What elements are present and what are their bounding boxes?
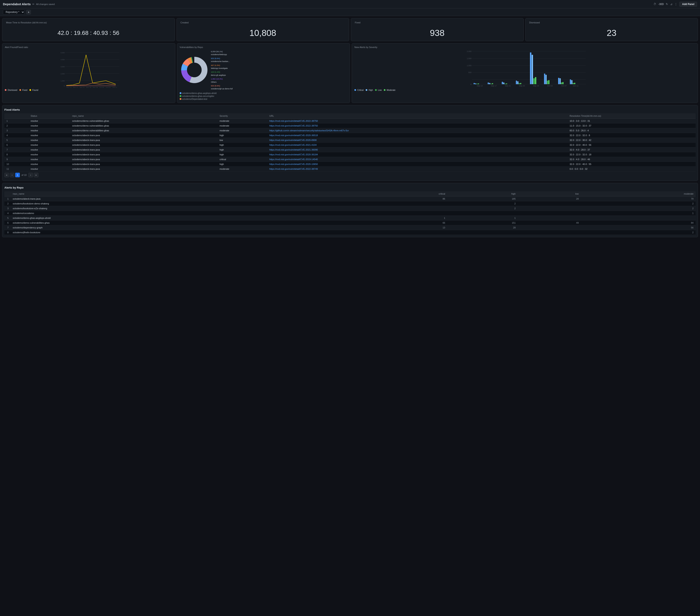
row-url[interactable]: https://nvd.nist.gov/vuln/detail/CVE-202… — [267, 143, 568, 147]
repo-row-num: 6 — [4, 220, 11, 225]
refresh-icon[interactable]: ↻ — [666, 2, 668, 5]
repo-row-critical — [359, 206, 447, 211]
prev-page-button[interactable]: ‹ — [10, 173, 14, 177]
next-page-button[interactable]: › — [28, 173, 33, 177]
critical-legend: Critical — [354, 89, 364, 91]
row-url[interactable]: https://nvd.nist.gov/vuln/detail/CVE-202… — [267, 152, 568, 157]
svg-text:2,000: 2,000 — [61, 73, 65, 75]
moderate-dot — [384, 89, 386, 91]
repo-col-moderate: moderate — [581, 191, 696, 197]
row-resolution: 32.0 : 22.0 : 32.0 : 18 — [567, 152, 696, 157]
pie-legend: octodemo/demo-ghas-aegilops-ahold octode… — [180, 92, 348, 100]
repo-row-high: 2 — [447, 206, 518, 211]
pie-legend-item-2: octodemo/demo-ghas-securingdev — [180, 95, 348, 97]
row-resolution: 32.0 : 4.0 : 28.0 : 46 — [567, 157, 696, 162]
row-repo: octodemo/abeck-trans-java — [70, 152, 217, 157]
row-url[interactable]: https://nvd.nist.gov/vuln/detail/CVE-202… — [267, 147, 568, 152]
filter-icon[interactable]: ⊿ — [670, 2, 673, 5]
svg-rect-71 — [560, 78, 561, 84]
row-url[interactable]: https://nvd.nist.gov/vuln/detail/CVE-202… — [267, 167, 568, 171]
svg-text:500: 500 — [468, 71, 472, 74]
clock-icon[interactable]: ⏱ — [653, 2, 656, 5]
repo-row-high: 151 — [447, 220, 518, 225]
row-url[interactable]: https://github.com/x-stream/xstream/secu… — [267, 128, 568, 133]
row-url[interactable]: https://nvd.nist.gov/vuln/detail/CVE-202… — [267, 162, 568, 167]
row-status: resolve — [28, 128, 70, 133]
pie-legend-item-3: octodemo/Dependabot-test — [180, 98, 348, 100]
repo-row-moderate: 2 — [581, 206, 696, 211]
row-repo: octodemo/abeck-trans-java — [70, 162, 217, 167]
pie-label-4: 122 (1.1%)demo-gh aegilops — [211, 71, 233, 77]
page-1-button[interactable]: 1 — [15, 173, 20, 177]
pie-chart-title: Vulnerabilities by Repo — [180, 46, 348, 48]
pie-legend-sq-2 — [180, 95, 182, 97]
alerts-by-repo-section: Alerts by Repo repo_name critical high l… — [2, 183, 698, 237]
pie-label-1: 6,059 (56.1%)octodemo/WebApp — [211, 50, 233, 56]
svg-rect-46 — [474, 83, 475, 84]
repo-col-low: low — [518, 191, 581, 197]
row-repo: octodemo/abeck-trans-java — [70, 167, 217, 171]
svg-rect-70 — [558, 78, 559, 84]
svg-rect-55 — [503, 83, 504, 84]
row-url[interactable]: https://nvd.nist.gov/vuln/detail/CVE-202… — [267, 133, 568, 138]
row-resolution: 11.0 : 15.0 : 32.0 : 37 — [567, 123, 696, 128]
svg-text:Sep 21: Sep 21 — [505, 85, 511, 87]
severity-legend: Critical High Low Moderate — [354, 89, 695, 91]
high-dot — [366, 89, 367, 91]
repo-row-low — [518, 201, 581, 206]
svg-text:Oct 03: Oct 03 — [99, 87, 104, 88]
row-resolution: 32.0 : 22.0 : 40.0 : 56 — [567, 143, 696, 147]
row-url[interactable]: https://nvd.nist.gov/vuln/detail/CVE-202… — [267, 123, 568, 128]
dismissed-dot — [5, 89, 7, 91]
row-num: 11 — [4, 167, 28, 171]
svg-rect-66 — [544, 74, 545, 84]
repo-row-critical: 66 — [359, 220, 447, 225]
row-severity: low — [217, 138, 267, 143]
svg-text:Sep 25: Sep 25 — [86, 87, 91, 88]
row-severity: moderate — [217, 167, 267, 171]
col-resolution: Resolution Time(dd-hh-mm-ss) — [567, 113, 696, 119]
row-num: 1 — [4, 119, 28, 123]
mtr-value: 42.0 : 19.68 : 40.93 : 56 — [6, 28, 171, 38]
row-status: resolve — [28, 133, 70, 138]
add-filter-button[interactable]: + — [26, 10, 31, 14]
list-item: 5 octodemo/demo-ghas-aegilops-ahold 1 1 — [4, 215, 696, 220]
header-right: ⏱ -30D ↻ ⊿ ⋮ Add Panel — [653, 2, 697, 7]
repo-row-critical: 86 — [359, 196, 447, 201]
svg-rect-50 — [488, 83, 489, 84]
severity-chart-svg: 2,000 1,500 1,000 500 0 Sep 13 Sep 17 Se… — [354, 50, 695, 88]
last-page-button[interactable]: » — [34, 173, 38, 177]
page-of-label: of 10 — [21, 174, 27, 176]
svg-text:3,000: 3,000 — [61, 66, 65, 67]
row-repo: octodemo/demo-vulnerabilities-ghas — [70, 128, 217, 133]
list-item: 3 octodemo/bookstore-eZe-shakerg 2 2 — [4, 206, 696, 211]
svg-rect-56 — [505, 84, 506, 84]
add-panel-button[interactable]: Add Panel — [679, 2, 697, 7]
row-url[interactable]: https://nvd.nist.gov/vuln/detail/CVE-201… — [267, 157, 568, 162]
repository-select[interactable]: Repository * — [3, 10, 25, 15]
dismissed-title: Dismissed — [529, 21, 694, 24]
row-num: 10 — [4, 162, 28, 167]
more-icon[interactable]: ⋮ — [675, 2, 677, 5]
ratio-chart-title: Alert Found/Fixed ratio — [5, 46, 173, 48]
repo-row-moderate: 56 — [581, 225, 696, 230]
row-severity: high — [217, 152, 267, 157]
col-num — [4, 113, 28, 119]
svg-rect-47 — [475, 84, 476, 84]
col-severity: Severity — [217, 113, 267, 119]
time-range[interactable]: -30D — [658, 3, 664, 5]
main-content: Mean Time to Resolution (dd:hh:mm:ss) 42… — [0, 16, 700, 239]
edit-icon[interactable]: ✏ — [32, 3, 35, 5]
mtr-card: Mean Time to Resolution (dd:hh:mm:ss) 42… — [2, 18, 175, 41]
table-row: 8 resolve octodemo/abeck-trans-java high… — [4, 152, 696, 157]
critical-dot — [354, 89, 356, 91]
svg-rect-63 — [532, 55, 533, 84]
row-url[interactable]: https://nvd.nist.gov/vuln/detail/CVE-202… — [267, 119, 568, 123]
first-page-button[interactable]: « — [4, 173, 9, 177]
row-url[interactable]: https://nvd.nist.gov/vuln/detail/CVE-202… — [267, 138, 568, 143]
repo-row-critical — [359, 211, 447, 215]
pie-legend-sq-3 — [180, 98, 182, 100]
repo-row-num: 8 — [4, 230, 11, 235]
row-repo: octodemo/abeck-trans-java — [70, 147, 217, 152]
svg-rect-48 — [476, 84, 478, 84]
